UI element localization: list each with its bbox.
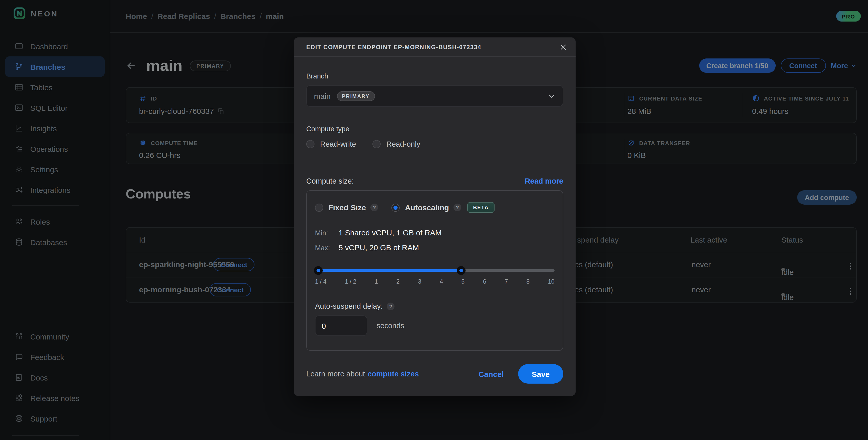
primary-badge: PRIMARY: [337, 91, 375, 101]
beta-badge: BETA: [467, 202, 494, 213]
max-label: Max:: [315, 244, 339, 252]
min-size-row: Min: 1 Shared vCPU, 1 GB of RAM: [315, 228, 555, 237]
compute-type-options: Read-write Read-only: [306, 140, 563, 148]
chevron-down-icon: [548, 92, 556, 100]
compute-size-label: Compute size:: [306, 177, 354, 185]
read-write-radio[interactable]: [306, 140, 314, 148]
autosuspend-label: Auto-suspend delay:: [315, 302, 383, 310]
help-icon[interactable]: ?: [454, 203, 461, 211]
tick-label: 8: [526, 279, 530, 285]
tick-label: 1 / 2: [345, 279, 356, 285]
slider-max-handle[interactable]: [457, 266, 466, 275]
read-only-label: Read-only: [386, 140, 420, 148]
close-icon[interactable]: [559, 43, 567, 51]
tick-label: 2: [396, 279, 400, 285]
min-label: Min:: [315, 229, 339, 237]
autosuspend-label-row: Auto-suspend delay: ?: [315, 302, 555, 310]
app-viewport: NEON Dashboard Branches Tables SQL Edito…: [0, 0, 868, 440]
cancel-button[interactable]: Cancel: [478, 370, 504, 378]
tick-label: 3: [418, 279, 422, 285]
help-icon[interactable]: ?: [387, 302, 395, 310]
tick-label: 1: [375, 279, 378, 285]
compute-type-label: Compute type: [306, 125, 563, 133]
modal-title: EDIT COMPUTE ENDPOINT EP-MORNING-BUSH-07…: [306, 44, 482, 50]
tick-label: 1 / 4: [315, 279, 327, 285]
autosuspend-input-row: seconds: [315, 315, 555, 336]
save-button[interactable]: Save: [518, 364, 563, 384]
tick-label: 10: [548, 279, 555, 285]
modal-body: Branch main PRIMARY Compute type Read-wr…: [294, 72, 576, 396]
tick-label: 5: [461, 279, 465, 285]
max-size-row: Max: 5 vCPU, 20 GB of RAM: [315, 243, 555, 252]
slider-tick-labels: 1 / 4 1 / 2 1 2 3 4 5 6 7 8 10: [315, 279, 555, 285]
compute-size-row: Compute size: Read more: [306, 177, 563, 185]
compute-size-box: Fixed Size ? Autoscaling ? BETA Min: 1 S…: [306, 190, 563, 351]
read-write-label: Read-write: [320, 140, 356, 148]
tick-label: 7: [504, 279, 508, 285]
modal-header: EDIT COMPUTE ENDPOINT EP-MORNING-BUSH-07…: [294, 37, 576, 57]
read-only-radio[interactable]: [372, 140, 381, 148]
compute-sizes-link[interactable]: compute sizes: [368, 370, 419, 378]
autoscaling-label: Autoscaling: [405, 203, 449, 212]
fixed-size-label: Fixed Size: [328, 203, 366, 212]
autosuspend-input[interactable]: [315, 315, 367, 336]
help-icon[interactable]: ?: [371, 203, 378, 211]
slider-min-handle[interactable]: [314, 266, 323, 275]
slider-active-track: [315, 269, 461, 272]
branch-field-label: Branch: [306, 72, 563, 80]
compute-size-slider[interactable]: [315, 266, 555, 275]
size-mode-options: Fixed Size ? Autoscaling ? BETA: [315, 202, 555, 213]
autoscaling-radio[interactable]: [392, 203, 400, 212]
min-value: 1 Shared vCPU, 1 GB of RAM: [339, 228, 442, 237]
read-more-link[interactable]: Read more: [525, 177, 563, 185]
tick-label: 4: [440, 279, 443, 285]
fixed-size-radio[interactable]: [315, 203, 323, 212]
tick-label: 6: [483, 279, 486, 285]
branch-select-value: main: [314, 92, 331, 100]
max-value: 5 vCPU, 20 GB of RAM: [339, 243, 419, 252]
learn-more-text: Learn more about: [306, 370, 365, 378]
modal-footer: Learn more about compute sizes Cancel Sa…: [306, 364, 563, 384]
autosuspend-unit: seconds: [376, 321, 404, 330]
edit-compute-endpoint-modal: EDIT COMPUTE ENDPOINT EP-MORNING-BUSH-07…: [294, 37, 576, 396]
branch-select[interactable]: main PRIMARY: [306, 85, 563, 107]
